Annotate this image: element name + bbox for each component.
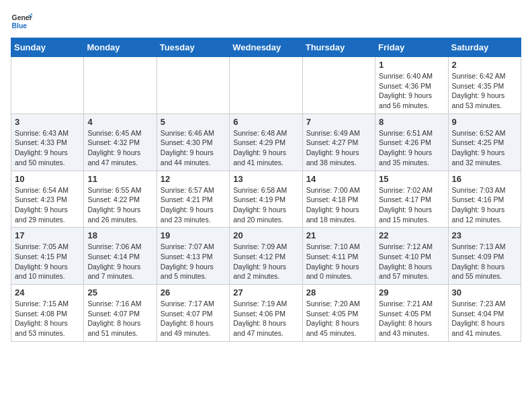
svg-text:Blue: Blue — [12, 22, 28, 30]
day-info: Sunrise: 7:06 AM Sunset: 4:14 PM Dayligh… — [87, 242, 152, 281]
day-info: Sunrise: 7:17 AM Sunset: 4:07 PM Dayligh… — [161, 299, 226, 338]
calendar-cell: 7Sunrise: 6:49 AM Sunset: 4:27 PM Daylig… — [302, 113, 375, 171]
day-number: 5 — [161, 117, 226, 127]
day-info: Sunrise: 7:13 AM Sunset: 4:09 PM Dayligh… — [452, 242, 517, 281]
day-number: 22 — [379, 230, 444, 240]
day-number: 27 — [233, 287, 298, 298]
calendar-cell: 13Sunrise: 6:58 AM Sunset: 4:19 PM Dayli… — [230, 171, 302, 228]
calendar-cell: 25Sunrise: 7:16 AM Sunset: 4:07 PM Dayli… — [84, 285, 157, 342]
day-info: Sunrise: 6:42 AM Sunset: 4:35 PM Dayligh… — [452, 71, 517, 111]
day-info: Sunrise: 7:10 AM Sunset: 4:11 PM Dayligh… — [306, 242, 371, 281]
day-info: Sunrise: 7:20 AM Sunset: 4:05 PM Dayligh… — [306, 299, 371, 338]
day-number: 14 — [306, 174, 371, 184]
day-info: Sunrise: 7:00 AM Sunset: 4:18 PM Dayligh… — [306, 185, 371, 225]
logo: General Blue — [11, 11, 32, 32]
calendar-cell: 1Sunrise: 6:40 AM Sunset: 4:36 PM Daylig… — [375, 57, 448, 114]
header-day: Saturday — [448, 38, 521, 57]
calendar-cell: 5Sunrise: 6:46 AM Sunset: 4:30 PM Daylig… — [157, 113, 229, 171]
calendar-cell: 20Sunrise: 7:09 AM Sunset: 4:12 PM Dayli… — [230, 228, 302, 285]
header-day: Wednesday — [230, 38, 302, 57]
calendar-cell: 23Sunrise: 7:13 AM Sunset: 4:09 PM Dayli… — [448, 228, 521, 285]
logo-icon: General Blue — [11, 11, 32, 32]
calendar-cell — [11, 57, 84, 114]
day-info: Sunrise: 6:58 AM Sunset: 4:19 PM Dayligh… — [233, 185, 298, 225]
day-number: 26 — [161, 287, 226, 298]
day-number: 30 — [452, 287, 517, 298]
day-number: 6 — [233, 117, 298, 127]
day-info: Sunrise: 6:48 AM Sunset: 4:29 PM Dayligh… — [233, 128, 298, 168]
calendar-cell — [84, 57, 157, 114]
day-info: Sunrise: 6:52 AM Sunset: 4:25 PM Dayligh… — [452, 128, 517, 168]
calendar-week-row: 10Sunrise: 6:54 AM Sunset: 4:23 PM Dayli… — [11, 171, 521, 228]
calendar-cell: 14Sunrise: 7:00 AM Sunset: 4:18 PM Dayli… — [302, 171, 375, 228]
calendar-cell: 6Sunrise: 6:48 AM Sunset: 4:29 PM Daylig… — [230, 113, 302, 171]
header-day: Monday — [84, 38, 157, 57]
day-number: 23 — [452, 230, 517, 240]
calendar-cell: 27Sunrise: 7:19 AM Sunset: 4:06 PM Dayli… — [230, 285, 302, 342]
day-number: 18 — [87, 230, 152, 240]
calendar-cell — [157, 57, 229, 114]
day-number: 24 — [15, 287, 80, 298]
day-number: 19 — [161, 230, 226, 240]
header-day: Friday — [375, 38, 448, 57]
calendar-week-row: 17Sunrise: 7:05 AM Sunset: 4:15 PM Dayli… — [11, 228, 521, 285]
day-number: 13 — [233, 174, 298, 184]
day-number: 21 — [306, 230, 371, 240]
day-info: Sunrise: 6:45 AM Sunset: 4:32 PM Dayligh… — [87, 128, 152, 168]
day-number: 9 — [452, 117, 517, 127]
day-info: Sunrise: 7:05 AM Sunset: 4:15 PM Dayligh… — [15, 242, 80, 281]
day-number: 10 — [15, 174, 80, 184]
day-info: Sunrise: 6:46 AM Sunset: 4:30 PM Dayligh… — [161, 128, 226, 168]
day-number: 16 — [452, 174, 517, 184]
day-number: 2 — [452, 60, 517, 70]
header-day: Thursday — [302, 38, 375, 57]
day-number: 7 — [306, 117, 371, 127]
day-info: Sunrise: 6:57 AM Sunset: 4:21 PM Dayligh… — [161, 185, 226, 225]
day-number: 20 — [233, 230, 298, 240]
calendar-cell: 24Sunrise: 7:15 AM Sunset: 4:08 PM Dayli… — [11, 285, 84, 342]
day-number: 3 — [15, 117, 80, 127]
calendar-cell: 9Sunrise: 6:52 AM Sunset: 4:25 PM Daylig… — [448, 113, 521, 171]
calendar-week-row: 1Sunrise: 6:40 AM Sunset: 4:36 PM Daylig… — [11, 57, 521, 114]
calendar-cell: 11Sunrise: 6:55 AM Sunset: 4:22 PM Dayli… — [84, 171, 157, 228]
calendar-cell: 2Sunrise: 6:42 AM Sunset: 4:35 PM Daylig… — [448, 57, 521, 114]
calendar-cell: 10Sunrise: 6:54 AM Sunset: 4:23 PM Dayli… — [11, 171, 84, 228]
calendar-cell: 3Sunrise: 6:43 AM Sunset: 4:33 PM Daylig… — [11, 113, 84, 171]
day-number: 8 — [379, 117, 444, 127]
calendar-cell: 15Sunrise: 7:02 AM Sunset: 4:17 PM Dayli… — [375, 171, 448, 228]
day-info: Sunrise: 7:12 AM Sunset: 4:10 PM Dayligh… — [379, 242, 444, 281]
day-info: Sunrise: 6:43 AM Sunset: 4:33 PM Dayligh… — [15, 128, 80, 168]
day-info: Sunrise: 6:55 AM Sunset: 4:22 PM Dayligh… — [87, 185, 152, 225]
calendar-cell: 8Sunrise: 6:51 AM Sunset: 4:26 PM Daylig… — [375, 113, 448, 171]
day-number: 1 — [379, 60, 444, 70]
day-number: 17 — [15, 230, 80, 240]
calendar-cell: 26Sunrise: 7:17 AM Sunset: 4:07 PM Dayli… — [157, 285, 229, 342]
day-number: 4 — [87, 117, 152, 127]
day-number: 15 — [379, 174, 444, 184]
calendar-cell: 12Sunrise: 6:57 AM Sunset: 4:21 PM Dayli… — [157, 171, 229, 228]
day-info: Sunrise: 7:23 AM Sunset: 4:04 PM Dayligh… — [452, 299, 517, 338]
day-number: 11 — [87, 174, 152, 184]
calendar-cell: 4Sunrise: 6:45 AM Sunset: 4:32 PM Daylig… — [84, 113, 157, 171]
day-info: Sunrise: 7:21 AM Sunset: 4:05 PM Dayligh… — [379, 299, 444, 338]
day-info: Sunrise: 6:49 AM Sunset: 4:27 PM Dayligh… — [306, 128, 371, 168]
day-info: Sunrise: 7:15 AM Sunset: 4:08 PM Dayligh… — [15, 299, 80, 338]
day-info: Sunrise: 7:16 AM Sunset: 4:07 PM Dayligh… — [87, 299, 152, 338]
calendar-week-row: 24Sunrise: 7:15 AM Sunset: 4:08 PM Dayli… — [11, 285, 521, 342]
calendar-week-row: 3Sunrise: 6:43 AM Sunset: 4:33 PM Daylig… — [11, 113, 521, 171]
day-info: Sunrise: 6:54 AM Sunset: 4:23 PM Dayligh… — [15, 185, 80, 225]
day-info: Sunrise: 7:02 AM Sunset: 4:17 PM Dayligh… — [379, 185, 444, 225]
calendar-cell: 29Sunrise: 7:21 AM Sunset: 4:05 PM Dayli… — [375, 285, 448, 342]
day-info: Sunrise: 7:09 AM Sunset: 4:12 PM Dayligh… — [233, 242, 298, 281]
day-info: Sunrise: 7:03 AM Sunset: 4:16 PM Dayligh… — [452, 185, 517, 225]
header-row: SundayMondayTuesdayWednesdayThursdayFrid… — [11, 38, 521, 57]
header-day: Tuesday — [157, 38, 229, 57]
calendar-cell: 22Sunrise: 7:12 AM Sunset: 4:10 PM Dayli… — [375, 228, 448, 285]
day-info: Sunrise: 7:07 AM Sunset: 4:13 PM Dayligh… — [161, 242, 226, 281]
day-info: Sunrise: 7:19 AM Sunset: 4:06 PM Dayligh… — [233, 299, 298, 338]
day-number: 29 — [379, 287, 444, 298]
day-info: Sunrise: 6:51 AM Sunset: 4:26 PM Dayligh… — [379, 128, 444, 168]
calendar-cell: 19Sunrise: 7:07 AM Sunset: 4:13 PM Dayli… — [157, 228, 229, 285]
day-info: Sunrise: 6:40 AM Sunset: 4:36 PM Dayligh… — [379, 71, 444, 111]
day-number: 25 — [87, 287, 152, 298]
